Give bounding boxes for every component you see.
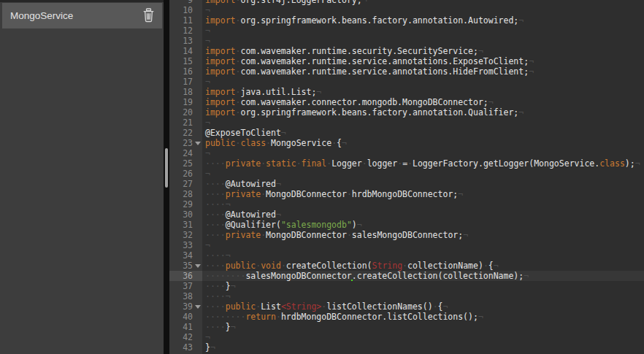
code-row[interactable]: 41····}¬ — [169, 322, 644, 332]
gutter-cell[interactable]: 26 — [169, 169, 202, 179]
code-row[interactable]: 30····@Autowired¬ — [169, 209, 644, 220]
gutter-cell[interactable]: 35 — [169, 261, 202, 271]
code-line[interactable]: ····}¬ — [202, 322, 644, 332]
gutter-cell[interactable]: 25 — [169, 158, 202, 169]
code-line[interactable]: }¬ — [202, 342, 644, 353]
code-line[interactable]: ¬ — [202, 169, 644, 179]
code-row[interactable]: 14import·com.wavemaker.runtime.security.… — [169, 46, 644, 56]
code-row[interactable]: 31····@Qualifier("salesmongodb")¬ — [169, 220, 644, 230]
code-line[interactable]: @ExposeToClient¬ — [202, 128, 644, 138]
code-line[interactable]: ····¬ — [202, 250, 644, 261]
code-line[interactable]: ¬ — [202, 332, 644, 342]
code-row[interactable]: 35····public·void·createCollection(Strin… — [169, 261, 644, 271]
code-row[interactable]: 16import·com.wavemaker.runtime.service.a… — [169, 66, 644, 77]
fold-arrow-icon[interactable] — [195, 305, 201, 309]
gutter-cell[interactable]: 12 — [169, 26, 202, 36]
gutter-cell[interactable]: 30 — [169, 209, 202, 220]
code-line[interactable]: ····private·MongoDBConnector·hrdbMongoDB… — [202, 189, 644, 199]
gutter-cell[interactable]: 42 — [169, 332, 202, 342]
code-row[interactable]: 20import·org.springframework.beans.facto… — [169, 107, 644, 118]
code-row[interactable]: 21¬ — [169, 118, 644, 128]
code-row[interactable]: 29····¬ — [169, 199, 644, 209]
gutter-cell[interactable]: 38 — [169, 291, 202, 301]
code-row[interactable]: 39····public·List<String>·listCollection… — [169, 301, 644, 312]
code-row[interactable]: 17¬ — [169, 77, 644, 87]
scrollbar-thumb[interactable] — [165, 148, 168, 188]
gutter-cell[interactable]: 29 — [169, 199, 202, 209]
gutter-cell[interactable]: 19 — [169, 97, 202, 107]
panel-divider[interactable] — [164, 0, 169, 354]
code-line[interactable]: import·org.springframework.beans.factory… — [202, 15, 644, 26]
code-row[interactable]: 22@ExposeToClient¬ — [169, 128, 644, 138]
code-row[interactable]: 15import·com.wavemaker.runtime.service.a… — [169, 56, 644, 66]
gutter-cell[interactable]: 16 — [169, 66, 202, 77]
code-row[interactable]: 42¬ — [169, 332, 644, 342]
code-line[interactable]: ····@Autowired¬ — [202, 179, 644, 189]
code-line[interactable]: ····public·List<String>·listCollectionNa… — [202, 301, 644, 312]
trash-icon[interactable] — [141, 8, 156, 24]
code-line[interactable]: import·java.util.List;¬ — [202, 87, 644, 97]
code-row[interactable]: 40········return·hrdbMongoDBConnector.li… — [169, 312, 644, 322]
code-line[interactable]: ····@Qualifier("salesmongodb")¬ — [202, 220, 644, 230]
code-line[interactable]: ····¬ — [202, 199, 644, 209]
gutter-cell[interactable]: 43 — [169, 342, 202, 353]
code-row[interactable]: 13¬ — [169, 36, 644, 46]
code-row[interactable]: 11import·org.springframework.beans.facto… — [169, 15, 644, 26]
code-editor[interactable]: 9import·org.slf4j.LoggerFactory;¬10¬11im… — [169, 0, 644, 354]
code-row[interactable]: 37····}¬ — [169, 281, 644, 291]
gutter-cell[interactable]: 41 — [169, 322, 202, 332]
code-line[interactable]: ····}¬ — [202, 281, 644, 291]
code-row[interactable]: 34····¬ — [169, 250, 644, 261]
gutter-cell[interactable]: 13 — [169, 36, 202, 46]
code-line[interactable]: import·org.slf4j.LoggerFactory;¬ — [202, 0, 644, 5]
code-line[interactable]: ····private·MongoDBConnector·salesMongoD… — [202, 230, 644, 240]
code-line[interactable]: ········salesMongoDBConnector.createColl… — [202, 271, 644, 281]
code-line[interactable]: ¬ — [202, 26, 644, 36]
gutter-cell[interactable]: 31 — [169, 220, 202, 230]
gutter-cell[interactable]: 15 — [169, 56, 202, 66]
code-row[interactable]: 36········salesMongoDBConnector.createCo… — [169, 271, 644, 281]
code-row[interactable]: 18import·java.util.List;¬ — [169, 87, 644, 97]
gutter-cell[interactable]: 9 — [169, 0, 202, 5]
gutter-cell[interactable]: 14 — [169, 46, 202, 56]
code-line[interactable]: ········return·hrdbMongoDBConnector.list… — [202, 312, 644, 322]
gutter-cell[interactable]: 39 — [169, 301, 202, 312]
gutter-cell[interactable]: 40 — [169, 312, 202, 322]
code-row[interactable]: 38····¬ — [169, 291, 644, 301]
code-row[interactable]: 25····private·static·final·Logger·logger… — [169, 158, 644, 169]
code-line[interactable]: ····¬ — [202, 291, 644, 301]
code-row[interactable]: 9import·org.slf4j.LoggerFactory;¬ — [169, 0, 644, 5]
code-line[interactable]: ····private·static·final·Logger·logger·=… — [202, 158, 644, 169]
code-line[interactable]: public·class·MongoService·{¬ — [202, 138, 644, 148]
gutter-cell[interactable]: 10 — [169, 5, 202, 15]
code-line[interactable]: ¬ — [202, 118, 644, 128]
code-line[interactable]: import·org.springframework.beans.factory… — [202, 107, 644, 118]
code-line[interactable]: ¬ — [202, 240, 644, 250]
fold-arrow-icon[interactable] — [195, 264, 201, 268]
code-line[interactable]: import·com.wavemaker.runtime.service.ann… — [202, 56, 644, 66]
code-line[interactable]: ····public·void·createCollection(String·… — [202, 261, 644, 271]
gutter-cell[interactable]: 28 — [169, 189, 202, 199]
gutter-cell[interactable]: 24 — [169, 148, 202, 158]
gutter-cell[interactable]: 32 — [169, 230, 202, 240]
gutter-cell[interactable]: 21 — [169, 118, 202, 128]
gutter-cell[interactable]: 36 — [169, 271, 202, 281]
code-line[interactable]: import·com.wavemaker.runtime.service.ann… — [202, 66, 644, 77]
gutter-cell[interactable]: 27 — [169, 179, 202, 189]
code-line[interactable]: ¬ — [202, 36, 644, 46]
code-line[interactable]: import·com.wavemaker.connector.mongodb.M… — [202, 97, 644, 107]
service-item-mongoservice[interactable]: MongoService — [2, 3, 162, 28]
code-row[interactable]: 33¬ — [169, 240, 644, 250]
gutter-cell[interactable]: 37 — [169, 281, 202, 291]
gutter-cell[interactable]: 34 — [169, 250, 202, 261]
code-row[interactable]: 12¬ — [169, 26, 644, 36]
code-line[interactable]: import·com.wavemaker.runtime.security.Se… — [202, 46, 644, 56]
gutter-cell[interactable]: 17 — [169, 77, 202, 87]
gutter-cell[interactable]: 23 — [169, 138, 202, 148]
code-row[interactable]: 28····private·MongoDBConnector·hrdbMongo… — [169, 189, 644, 199]
code-row[interactable]: 23public·class·MongoService·{¬ — [169, 138, 644, 148]
gutter-cell[interactable]: 33 — [169, 240, 202, 250]
gutter-cell[interactable]: 20 — [169, 107, 202, 118]
code-row[interactable]: 24¬ — [169, 148, 644, 158]
gutter-cell[interactable]: 22 — [169, 128, 202, 138]
